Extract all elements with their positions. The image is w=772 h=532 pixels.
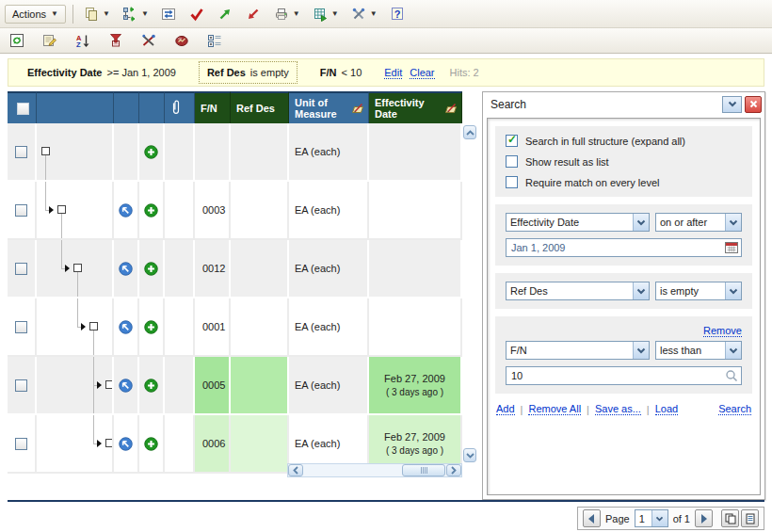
match-every-level-checkbox[interactable] [506, 176, 518, 188]
cut-button[interactable] [137, 30, 160, 51]
edit-filter-link[interactable]: Edit [384, 67, 402, 79]
add-to-structure-button[interactable]: ▼ [119, 4, 152, 24]
row-checkbox[interactable] [15, 263, 27, 275]
chevron-down-icon[interactable] [651, 510, 667, 526]
edit-column-icon[interactable] [442, 102, 458, 116]
filter-chip-fn[interactable]: F/N < 10 [313, 62, 369, 83]
attachments-cell [165, 298, 195, 357]
tree-node[interactable] [57, 205, 66, 214]
expand-all-button[interactable] [203, 30, 226, 51]
field-select[interactable]: Ref Des [506, 282, 650, 300]
chevron-down-icon[interactable] [725, 282, 741, 299]
navigate-button[interactable] [114, 437, 137, 451]
chevron-down-icon[interactable] [633, 342, 649, 359]
date-value-input[interactable]: Jan 1, 2009 [506, 238, 742, 257]
remove-criterion-link[interactable]: Remove [703, 325, 742, 337]
navigate-button[interactable] [114, 262, 137, 276]
validate-button[interactable] [185, 4, 208, 24]
close-panel-button[interactable] [745, 96, 762, 113]
filter-chip-ref-des[interactable]: Ref Des is empty [199, 61, 298, 84]
tree-node[interactable] [105, 439, 114, 447]
edit-column-icon[interactable] [349, 102, 364, 116]
add-button[interactable] [139, 262, 163, 276]
chevron-down-icon[interactable]: ▼ [293, 9, 300, 18]
field-select[interactable]: Effectivity Date [506, 213, 650, 232]
chevron-down-icon[interactable] [633, 282, 649, 299]
row-checkbox[interactable] [15, 321, 27, 333]
chevron-down-icon[interactable] [725, 214, 741, 231]
result-as-list-checkbox[interactable] [506, 155, 518, 168]
next-page-button[interactable] [695, 509, 713, 527]
calendar-icon[interactable] [725, 241, 738, 255]
tree-node[interactable] [89, 322, 98, 330]
value-input[interactable]: 10 [506, 366, 742, 385]
add-button[interactable] [139, 379, 163, 393]
scroll-down-icon[interactable] [463, 448, 476, 462]
sort-az-button[interactable]: AZ [72, 30, 94, 51]
tools-button[interactable]: ▼ [347, 4, 380, 24]
save-as-link[interactable]: Save as... [595, 403, 641, 415]
navigate-button[interactable] [114, 320, 137, 334]
scroll-left-icon[interactable] [288, 464, 303, 476]
panel-menu-button[interactable] [722, 96, 742, 113]
scrollbar-thumb[interactable] [402, 464, 445, 476]
tree-node[interactable] [41, 147, 50, 155]
chevron-down-icon[interactable] [725, 342, 741, 359]
edit-note-button[interactable] [39, 30, 61, 51]
list-view-button[interactable] [741, 509, 759, 527]
load-link[interactable]: Load [655, 403, 678, 415]
scroll-right-icon[interactable] [446, 464, 461, 476]
remove-all-link[interactable]: Remove All [528, 403, 581, 415]
row-checkbox[interactable] [15, 438, 27, 450]
filter-chip-effectivity-date[interactable]: Effectivity Date >= Jan 1, 2009 [20, 62, 184, 83]
field-select[interactable]: F/N [506, 341, 650, 360]
vertical-scrollbar[interactable] [463, 125, 476, 462]
full-structure-checkbox[interactable] [506, 135, 518, 147]
export-table-button[interactable]: ▼ [309, 4, 342, 24]
expand-arrow-icon[interactable] [97, 440, 102, 447]
horizontal-scrollbar[interactable] [287, 463, 462, 477]
chevron-down-icon[interactable]: ▼ [141, 9, 149, 18]
replace-button[interactable] [157, 4, 180, 24]
chevron-down-icon[interactable]: ▼ [370, 9, 378, 18]
tree-node[interactable] [73, 264, 82, 272]
multi-pane-view-button[interactable] [721, 509, 739, 527]
filter-button[interactable] [105, 30, 127, 51]
row-checkbox[interactable] [15, 379, 27, 392]
add-button[interactable] [139, 203, 163, 218]
add-criterion-link[interactable]: Add [496, 403, 515, 415]
check-out-button[interactable] [242, 4, 265, 24]
refresh-button[interactable] [6, 30, 28, 51]
help-button[interactable]: ? [386, 4, 409, 24]
select-all-checkbox[interactable] [17, 103, 29, 115]
chevron-down-icon[interactable]: ▼ [331, 9, 339, 18]
visualize-button[interactable] [170, 30, 193, 51]
chevron-down-icon[interactable] [633, 214, 649, 231]
previous-page-button[interactable] [583, 509, 601, 527]
operator-select[interactable]: on or after [655, 213, 742, 232]
navigate-button[interactable] [114, 203, 137, 218]
add-button[interactable] [139, 437, 163, 451]
add-button[interactable] [139, 320, 163, 334]
expand-arrow-icon[interactable] [49, 206, 54, 214]
tree-node[interactable] [105, 380, 114, 389]
expand-arrow-icon[interactable] [81, 323, 86, 330]
operator-select[interactable]: is empty [655, 282, 742, 300]
row-checkbox[interactable] [15, 146, 27, 158]
scroll-up-icon[interactable] [463, 125, 476, 139]
expand-arrow-icon[interactable] [65, 265, 70, 272]
page-select[interactable]: 1 [635, 509, 668, 527]
actions-button[interactable]: Actions ▼ [5, 5, 66, 24]
expand-arrow-icon[interactable] [97, 381, 102, 389]
clear-filter-link[interactable]: Clear [410, 67, 434, 79]
operator-select[interactable]: less than [655, 341, 742, 360]
navigate-button[interactable] [114, 379, 137, 393]
chevron-down-icon[interactable]: ▼ [103, 9, 110, 18]
check-in-button[interactable] [214, 4, 236, 24]
print-button[interactable]: ▼ [270, 4, 303, 24]
magnifier-icon[interactable] [725, 369, 738, 384]
search-submit-link[interactable]: Search [718, 403, 751, 415]
row-checkbox[interactable] [15, 204, 27, 217]
copy-button[interactable]: ▼ [80, 4, 113, 24]
add-button[interactable] [139, 145, 163, 159]
